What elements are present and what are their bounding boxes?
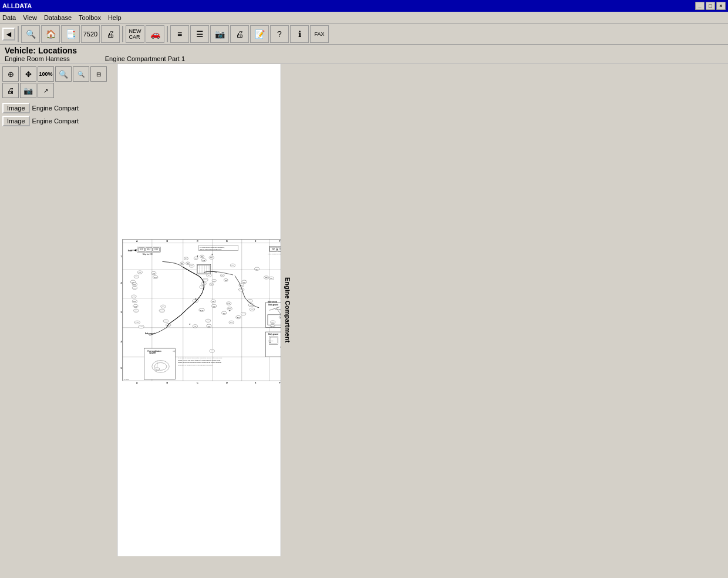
svg-text:E56: E56	[265, 277, 268, 278]
svg-text:★: ★	[189, 323, 191, 325]
list-button[interactable]: ≡	[170, 25, 189, 43]
svg-text:E13: E13	[155, 248, 159, 251]
menu-view[interactable]: View	[23, 14, 37, 21]
svg-text:2: 2	[120, 282, 122, 284]
help-button[interactable]: ?	[270, 25, 289, 43]
svg-text:C: C	[197, 240, 198, 243]
back-button[interactable]: ◄	[2, 28, 15, 41]
zoom-100-button[interactable]: 100%	[38, 66, 54, 82]
info-button[interactable]: ℹ	[290, 25, 309, 43]
svg-rect-61	[198, 266, 210, 273]
camera-button[interactable]: 📷	[210, 25, 229, 43]
svg-text:For detail ground distribution: For detail ground distribution informati…	[200, 247, 225, 248]
svg-text:E16: E16	[190, 265, 193, 266]
svg-text:E26: E26	[135, 310, 138, 311]
svg-text:E21: E21	[156, 368, 159, 369]
menu-data[interactable]: Data	[2, 14, 16, 21]
menu-toolbox[interactable]: Toolbox	[79, 14, 101, 21]
title-bar: ALLDATA _ □ ×	[0, 0, 728, 12]
svg-text:E: E	[255, 382, 257, 384]
bookmark-button[interactable]: 📑	[61, 25, 80, 43]
svg-text:according to WORK FLOW of TROU: according to WORK FLOW of TROUBLE DIAGNO…	[178, 364, 213, 365]
svg-text:D: D	[226, 240, 228, 243]
svg-text:E14: E14	[147, 248, 151, 251]
sidebar: ⊕ ✥ 100% 🔍 🔍 ⊟ 🖨 📷 ↗ Image Engine Compar…	[0, 64, 117, 556]
svg-text:A: A	[136, 382, 138, 384]
sidebar-item-2: Image Engine Compart	[2, 116, 114, 126]
print-img-button[interactable]: 🖨	[2, 83, 19, 98]
list2-button[interactable]: ☰	[190, 25, 209, 43]
vehicle-title: Locations	[38, 46, 77, 55]
svg-text:A: A	[136, 240, 138, 243]
window-controls: _ □ ×	[695, 2, 726, 10]
fax-button[interactable]: FAX	[310, 25, 329, 43]
svg-text:3: 3	[120, 311, 122, 314]
svg-text:E33: E33	[133, 284, 136, 285]
vehicle-label: Vehicle:	[5, 46, 36, 55]
svg-text:D: D	[226, 382, 228, 384]
zoom-out-button[interactable]: 🔍	[73, 66, 89, 82]
svg-text:E27: E27	[133, 296, 136, 297]
maximize-button[interactable]: □	[706, 2, 715, 10]
close-button[interactable]: ×	[716, 2, 726, 10]
export-button[interactable]: ↗	[38, 83, 54, 98]
history-button[interactable]: 7520	[81, 25, 100, 43]
svg-text:E45: E45	[211, 350, 214, 351]
svg-text:E123: E123	[200, 310, 204, 311]
svg-text:E40: E40	[164, 320, 167, 321]
svg-text:Relay box E16: Relay box E16	[143, 253, 153, 256]
svg-text:Failure to do so may cause the: Failure to do so may cause the ECM to ha…	[178, 359, 221, 361]
svg-text:E44: E44	[237, 317, 240, 318]
svg-rect-48	[198, 246, 238, 250]
menu-database[interactable]: Database	[44, 14, 72, 21]
note-button[interactable]: 📝	[250, 25, 269, 43]
svg-text:E15: E15	[140, 248, 143, 251]
print-button[interactable]: 🖨	[101, 25, 120, 43]
svg-text:★: Be sure to connect and lock: ★: Be sure to connect and lock the conne…	[178, 357, 223, 359]
zoom-plus-button[interactable]: ⊕	[2, 66, 19, 82]
pan-button[interactable]: ✥	[20, 66, 36, 82]
car-button[interactable]: 🚗	[146, 25, 164, 43]
svg-text:E53: E53	[249, 300, 252, 301]
svg-text:E101: E101	[136, 322, 139, 323]
svg-text:TL<WN>: TL<WN>	[124, 379, 130, 380]
svg-text:E21: E21	[154, 277, 157, 278]
svg-text:E34: E34	[162, 306, 165, 307]
svg-text:E35: E35	[212, 301, 215, 302]
toolbar-separator3	[167, 26, 168, 42]
search-button[interactable]: 🔍	[21, 25, 40, 43]
home-button[interactable]: 🏠	[41, 25, 60, 43]
svg-text:★: ★	[211, 253, 213, 256]
image-button-1[interactable]: Image	[2, 103, 30, 113]
fit-button[interactable]: ⊟	[90, 66, 107, 82]
svg-text:★: ★	[229, 310, 231, 312]
diagram-container[interactable]: A B C D E F G 1 2 3 4 5 1 2 3 4 5	[117, 64, 294, 556]
svg-text:E46: E46	[230, 322, 233, 323]
svg-text:E: E	[255, 240, 257, 243]
menu-help[interactable]: Help	[108, 14, 122, 21]
svg-text:E49: E49	[228, 303, 231, 304]
minimize-button[interactable]: _	[695, 2, 705, 10]
svg-text:E38: E38	[208, 325, 211, 327]
snapshot-button[interactable]: 📷	[20, 83, 36, 98]
engine-compartment-label: Engine Compartment	[281, 64, 294, 556]
svg-text:E32: E32	[133, 287, 136, 288]
new-car-button[interactable]: NEWCAR	[126, 25, 144, 43]
svg-text:C: C	[197, 382, 198, 384]
toolbar-separator2	[122, 26, 123, 42]
svg-text:E57: E57	[270, 278, 273, 279]
svg-text:E52: E52	[256, 268, 259, 270]
toolbar-separator	[18, 26, 19, 42]
vehicle-subtitle1: Engine Room Harness	[5, 55, 70, 62]
print2-button[interactable]: 🖨	[230, 25, 249, 43]
svg-text:F20: F20	[153, 273, 156, 274]
image-button-2[interactable]: Image	[2, 116, 30, 126]
svg-text:1: 1	[120, 256, 122, 258]
svg-text:E51: E51	[228, 308, 231, 309]
zoom-in-button[interactable]: 🔍	[55, 66, 72, 82]
svg-text:B: B	[166, 240, 168, 243]
svg-text:E17: E17	[210, 257, 213, 258]
svg-text:E54: E54	[243, 281, 246, 283]
svg-text:E29: E29	[201, 286, 204, 287]
diagram-wrapper: A B C D E F G 1 2 3 4 5 1 2 3 4 5	[117, 64, 294, 556]
